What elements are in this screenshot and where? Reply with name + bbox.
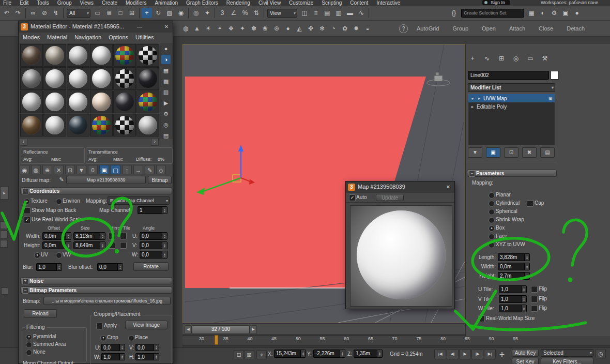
w-flip-checkbox[interactable]: [531, 305, 538, 312]
sample-type-sphere-icon[interactable]: ●: [161, 44, 171, 53]
planar-radio[interactable]: [489, 192, 495, 199]
next-frame-arrow[interactable]: ▶: [250, 325, 257, 334]
show-end-result-button[interactable]: ▣: [486, 147, 500, 158]
height-spinner[interactable]: 2,7m: [498, 272, 530, 280]
spinner-snap-toggle-icon[interactable]: ⇅: [251, 8, 262, 18]
crop-h-spinner[interactable]: 1,0: [135, 353, 159, 360]
percent-snap-toggle-icon[interactable]: %: [240, 8, 250, 18]
diffuse-map-slot-button[interactable]: Map #2139508039: [66, 176, 146, 184]
half-sphere-icon[interactable]: ◒: [362, 23, 373, 34]
summed-area-label[interactable]: Summed Area: [33, 341, 66, 347]
spinner-arrows-icon[interactable]: [524, 272, 529, 279]
show-end-result-icon[interactable]: ▢: [111, 165, 120, 174]
spinner-arrows-icon[interactable]: [66, 233, 71, 239]
redo-icon[interactable]: ↷: [13, 8, 23, 18]
autogrid-button[interactable]: AutoGrid: [417, 25, 439, 32]
modifier-stack-item[interactable]: ▸Editable Poly: [468, 102, 555, 111]
menubar-item-content[interactable]: Content: [350, 0, 368, 6]
assign-material-to-selection-icon[interactable]: ⊕: [42, 165, 52, 174]
close-button[interactable]: ✕: [162, 23, 171, 31]
use-pivot-point-center-icon[interactable]: ◎: [191, 8, 201, 18]
material-sample-slot[interactable]: [20, 44, 43, 67]
motion-tab[interactable]: ◎: [511, 54, 521, 63]
map-type-button[interactable]: Bitmap: [148, 176, 172, 184]
material-sample-slot[interactable]: [136, 67, 159, 90]
material-editor-icon[interactable]: ◐: [538, 8, 548, 18]
material-map-navigator-icon[interactable]: ▤: [161, 131, 171, 140]
reference-coordinate-system-dropdown[interactable]: View: [267, 9, 297, 18]
foliage-icon[interactable]: ✿: [340, 23, 350, 34]
spinner-arrows-icon[interactable]: [162, 233, 167, 239]
show-map-on-back-label[interactable]: Show Map on Back: [32, 207, 76, 214]
spinner-arrows-icon[interactable]: [119, 354, 125, 360]
open-button[interactable]: Open: [482, 25, 496, 32]
toggle-ribbon-icon[interactable]: ▬: [345, 8, 355, 18]
show-shaded-material-in-viewport-icon[interactable]: ▣: [99, 165, 109, 174]
left-mini-button-4[interactable]: [1, 287, 8, 295]
scroll-samples-left-arrow[interactable]: ‹: [20, 138, 27, 146]
attach-button[interactable]: Attach: [509, 25, 525, 32]
mapping-dropdown[interactable]: Explicit Map Channel: [108, 196, 170, 205]
crop-h-value[interactable]: 1,0: [136, 354, 154, 360]
absolute-relative-transform-icon[interactable]: ⌖: [256, 350, 267, 359]
me-menu-navigation[interactable]: Navigation: [74, 34, 101, 40]
collapse-icon[interactable]: −: [469, 171, 475, 177]
expand-arrow-icon[interactable]: ▸: [470, 104, 475, 109]
detach-button[interactable]: Detach: [567, 25, 585, 32]
select-and-manipulate-icon[interactable]: ✦: [202, 8, 212, 18]
previous-frame-button[interactable]: ◀|: [447, 349, 459, 359]
xyz-to-uvw-radio[interactable]: [489, 242, 495, 248]
height-tile-checkbox[interactable]: [120, 242, 127, 249]
cylindrical-label[interactable]: Cylindrical: [496, 200, 520, 206]
selection-filter-dropdown[interactable]: All: [67, 9, 90, 18]
y-coordinate-value[interactable]: -2,226m: [314, 350, 340, 357]
parameters-rollout-header[interactable]: − Parameters: [467, 170, 557, 177]
apply-label[interactable]: Apply: [104, 323, 117, 329]
map-channel-value[interactable]: 1: [138, 207, 162, 214]
box-label[interactable]: Box: [496, 225, 505, 231]
face-radio[interactable]: [489, 234, 495, 240]
crop-label[interactable]: Crop: [107, 335, 118, 341]
spinner-arrows-icon[interactable]: [162, 251, 167, 258]
time-slider[interactable]: 32 / 100: [192, 325, 250, 334]
height-mirror-checkbox[interactable]: [109, 242, 115, 249]
w-angle-value[interactable]: 0,0: [140, 251, 162, 258]
use-real-world-scale-label[interactable]: Use Real-World Scale: [32, 217, 82, 223]
visibility-bulb-icon[interactable]: ●: [470, 96, 475, 101]
spherical-label[interactable]: Spherical: [496, 208, 517, 215]
auto-key-button[interactable]: Auto Key: [512, 349, 539, 357]
u-angle-spinner[interactable]: 0,0: [140, 232, 167, 240]
mirror-icon[interactable]: ◫: [299, 8, 310, 18]
height-offset-spinner[interactable]: 0,0m: [42, 241, 71, 249]
configure-modifier-sets-button[interactable]: ▤: [540, 147, 555, 158]
timeline-frame-label[interactable]: 60: [339, 336, 354, 341]
me-menu-options[interactable]: Options: [109, 34, 128, 40]
spinner-arrows-icon[interactable]: [162, 242, 167, 249]
spinner-arrows-icon[interactable]: [340, 350, 345, 357]
timeline-frame-label[interactable]: 85: [460, 336, 475, 341]
select-and-move-icon[interactable]: +: [142, 8, 152, 18]
video-color-check-icon[interactable]: ▥: [161, 87, 171, 97]
crop-v-spinner[interactable]: 0,0: [135, 344, 159, 351]
time-configuration-icon[interactable]: ◷: [596, 349, 606, 358]
material-sample-slot[interactable]: [43, 67, 66, 90]
auto-update-checkbox[interactable]: ✓: [349, 194, 356, 201]
material-sample-slot[interactable]: [136, 114, 159, 136]
select-by-name-icon[interactable]: ≣: [104, 8, 114, 18]
coordinates-rollout-header[interactable]: − Coordinates: [20, 187, 172, 194]
menubar-item-group[interactable]: Group: [57, 0, 72, 6]
pyramidal-radio[interactable]: ●: [26, 334, 32, 340]
distant-scene-object[interactable]: [427, 72, 450, 86]
material-sample-slot[interactable]: [113, 114, 136, 136]
undo-icon[interactable]: ↶: [2, 8, 12, 18]
select-by-material-icon[interactable]: ◎: [161, 120, 171, 129]
rendered-frame-window-icon[interactable]: ▣: [560, 8, 571, 18]
timeline-frame-label[interactable]: 45: [267, 336, 281, 341]
timeline-frame-label[interactable]: 40: [242, 336, 257, 341]
vw-radio[interactable]: [56, 252, 62, 259]
left-mini-button-2[interactable]: [0, 231, 8, 238]
go-to-parent-icon[interactable]: ↑: [122, 165, 132, 174]
material-sample-slot[interactable]: [90, 44, 113, 67]
star-icon[interactable]: ✦: [237, 23, 248, 34]
menubar-item-civil-view[interactable]: Civil View: [258, 0, 281, 6]
